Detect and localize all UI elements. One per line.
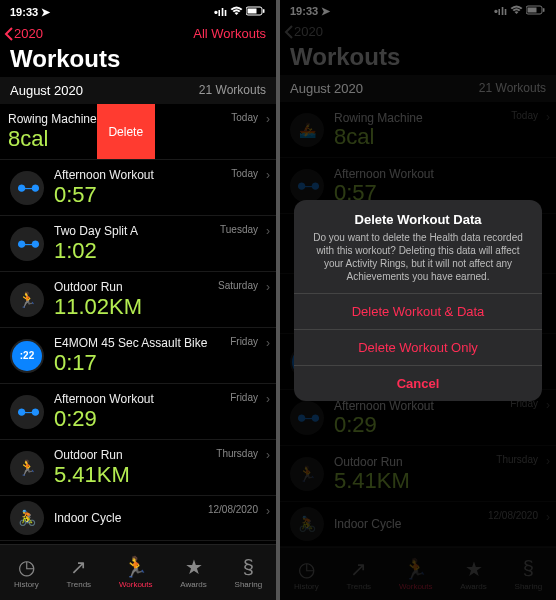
location-icon: ➤ [41, 6, 50, 19]
run-icon: 🏃 [10, 451, 44, 485]
delete-workout-only-button[interactable]: Delete Workout Only [294, 329, 542, 365]
alert-message: Do you want to delete the Health data re… [294, 229, 542, 293]
section-header: August 2020 21 Workouts [0, 77, 276, 104]
workout-name: Afternoon Workout [54, 392, 154, 406]
status-time: 19:33 [10, 6, 38, 18]
runner-icon: 🏃 [123, 556, 148, 578]
signal-icon: •ılı [214, 6, 227, 18]
workout-item[interactable]: ●–● Afternoon Workout 0:57 Today › [0, 160, 276, 216]
workout-name: Outdoor Run [54, 280, 142, 294]
dumbbell-icon: ●–● [10, 171, 44, 205]
workout-metric: 11.02KM [54, 295, 142, 319]
workout-item[interactable]: Rowing Machine 8cal Today › Delete [0, 104, 276, 160]
chevron-right-icon: › [266, 392, 270, 406]
chevron-right-icon: › [266, 280, 270, 294]
nav-bar: 2020 All Workouts [0, 24, 276, 43]
section-month: August 2020 [10, 83, 83, 98]
star-icon: ★ [185, 556, 203, 578]
all-workouts-link[interactable]: All Workouts [193, 26, 266, 41]
workout-day: Friday [230, 392, 258, 403]
tab-awards[interactable]: ★Awards [180, 556, 207, 589]
workout-name: Rowing Machine [8, 112, 97, 126]
chevron-right-icon: › [266, 336, 270, 350]
workout-item[interactable]: 🏃 Outdoor Run 11.02KM Saturday › [0, 272, 276, 328]
back-button[interactable]: 2020 [4, 26, 43, 41]
cycle-icon: 🚴 [10, 501, 44, 535]
phone-left: 19:33 ➤ •ılı 2020 All Workouts Workouts … [0, 0, 276, 600]
battery-icon [246, 6, 266, 18]
workout-metric: 5.41KM [54, 463, 130, 487]
workout-day: Friday [230, 336, 258, 347]
wifi-icon [230, 6, 243, 18]
workout-name: Two Day Split A [54, 224, 138, 238]
workout-item[interactable]: :22 E4MOM 45 Sec Assault Bike 0:17 Frida… [0, 328, 276, 384]
page-title: Workouts [10, 45, 266, 73]
tab-workouts[interactable]: 🏃Workouts [119, 556, 153, 589]
tab-history[interactable]: ◷History [14, 556, 39, 589]
dumbbell-icon: ●–● [10, 227, 44, 261]
workout-name: Indoor Cycle [54, 511, 121, 525]
chevron-right-icon: › [266, 112, 270, 126]
workout-metric: 8cal [8, 127, 97, 151]
workout-day: Saturday [218, 280, 258, 291]
chevron-right-icon: › [266, 504, 270, 518]
workout-metric: 0:57 [54, 183, 154, 207]
workout-item[interactable]: 🏃 Outdoor Run 5.41KM Thursday › [0, 440, 276, 496]
chevron-left-icon [4, 27, 14, 41]
alert-title: Delete Workout Data [294, 200, 542, 229]
chevron-right-icon: › [266, 448, 270, 462]
workout-metric: 0:29 [54, 407, 154, 431]
delete-button[interactable]: Delete [97, 104, 155, 159]
workout-day: 12/08/2020 [208, 504, 258, 515]
sharing-icon: § [243, 556, 254, 578]
workout-metric: 1:02 [54, 239, 138, 263]
status-bar: 19:33 ➤ •ılı [0, 0, 276, 24]
workout-day: Today [231, 112, 258, 123]
workout-list[interactable]: Rowing Machine 8cal Today › Delete ●–● A… [0, 104, 276, 544]
workout-day: Thursday [216, 448, 258, 459]
phone-right: 19:33 ➤ •ılı 2020 Workouts August 2020 2… [280, 0, 556, 600]
workout-day: Today [231, 168, 258, 179]
workout-item[interactable]: ●–● Afternoon Workout 0:29 Friday › [0, 384, 276, 440]
cancel-button[interactable]: Cancel [294, 365, 542, 401]
workout-name: E4MOM 45 Sec Assault Bike [54, 336, 207, 350]
chevron-right-icon: › [266, 224, 270, 238]
svg-rect-2 [263, 9, 265, 13]
workout-day: Tuesday [220, 224, 258, 235]
delete-workout-and-data-button[interactable]: Delete Workout & Data [294, 293, 542, 329]
section-count: 21 Workouts [199, 83, 266, 98]
workout-item[interactable]: 🚴 Indoor Cycle 12/08/2020 › [0, 496, 276, 541]
workout-name: Afternoon Workout [54, 168, 154, 182]
workout-item[interactable]: ●–● Two Day Split A 1:02 Tuesday › [0, 216, 276, 272]
title-row: Workouts [0, 43, 276, 77]
workout-name: Outdoor Run [54, 448, 130, 462]
delete-alert: Delete Workout Data Do you want to delet… [294, 200, 542, 401]
tab-bar: ◷History ↗Trends 🏃Workouts ★Awards §Shar… [0, 544, 276, 600]
trends-icon: ↗ [70, 556, 87, 578]
back-label: 2020 [14, 26, 43, 41]
chevron-right-icon: › [266, 168, 270, 182]
tab-trends[interactable]: ↗Trends [67, 556, 92, 589]
run-icon: 🏃 [10, 283, 44, 317]
workout-metric: 0:17 [54, 351, 207, 375]
dumbbell-icon: ●–● [10, 395, 44, 429]
modal-overlay: Delete Workout Data Do you want to delet… [280, 0, 556, 600]
clock-icon: ◷ [18, 556, 35, 578]
svg-rect-1 [248, 9, 257, 14]
tab-sharing[interactable]: §Sharing [235, 556, 263, 589]
timer-icon: :22 [10, 339, 44, 373]
